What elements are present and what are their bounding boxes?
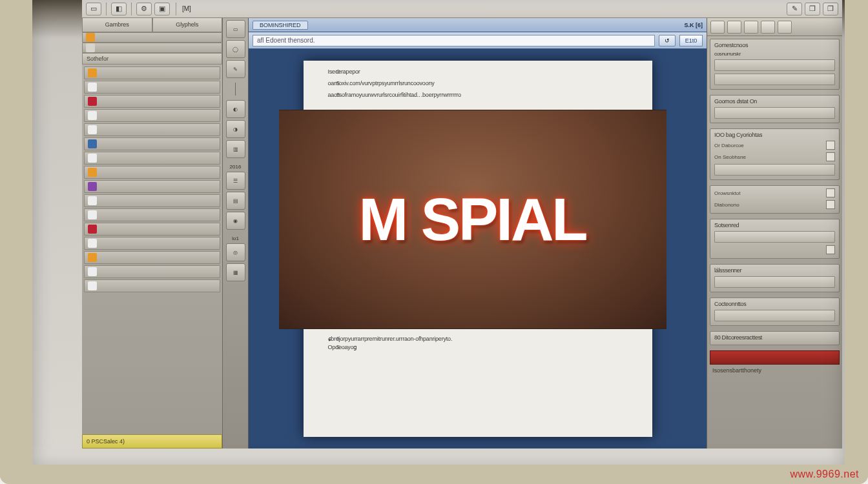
file-icon <box>86 43 95 52</box>
left-item-10[interactable] <box>84 208 220 221</box>
left-item-11[interactable] <box>84 223 220 236</box>
swatch-icon <box>88 68 97 77</box>
right-section-6: Cocteonnttos <box>710 297 840 326</box>
document-page: 0Isecerapepor5oamoxiv.com/vurvptrpsyumrr… <box>304 61 652 437</box>
section-header: Gomestcnoos <box>714 42 835 48</box>
line-number: 5 <box>333 79 344 88</box>
swatch-icon <box>88 210 97 219</box>
swatch-icon <box>88 196 97 205</box>
value-field[interactable] <box>714 231 835 243</box>
tool-btn-7[interactable]: ☰ <box>226 172 245 190</box>
menubar-btn-view[interactable]: ◧ <box>111 3 127 15</box>
tool-btn-1[interactable]: ▭ <box>226 20 245 38</box>
left-item-13[interactable] <box>84 251 220 264</box>
right-section-5: lálsssenner <box>710 264 840 292</box>
document-area: BOMINSHIRED S.K [6] afl Edoent thensord.… <box>249 18 707 449</box>
reload-icon: ↺ <box>665 37 670 44</box>
menubar-btn-aux3[interactable]: ❐ <box>823 3 838 15</box>
section-header: Cocteonnttos <box>714 301 835 307</box>
section-header: Goomos dstat On <box>714 98 835 105</box>
menubar-btn-doc[interactable]: ▭ <box>86 3 101 15</box>
doc-line: Opoeoayoɡ <box>328 344 638 350</box>
tool-btn-11[interactable]: ▦ <box>226 263 245 281</box>
reload-button[interactable]: ↺ <box>659 35 676 46</box>
checkbox[interactable] <box>826 152 835 161</box>
value-field[interactable] <box>714 310 835 321</box>
section-sub: cosnurrurskr <box>714 51 835 57</box>
right-toolbar <box>707 18 842 36</box>
tool-btn-8[interactable]: ▤ <box>226 192 245 210</box>
tool-btn-2[interactable]: ◯ <box>226 40 245 58</box>
left-tab-1[interactable]: Gambres <box>82 18 152 32</box>
left-item-0[interactable] <box>84 66 220 79</box>
menubar-btn-aux1[interactable]: ✎ <box>787 3 802 15</box>
rp-btn-3[interactable] <box>744 21 758 34</box>
go-button[interactable]: E1t0 <box>679 35 703 46</box>
swatch-icon <box>88 139 97 148</box>
tool-strip: ▭ ◯ ✎ ◐ ◑ ▥ 2016 ☰ ▤ ◉ lo1 ◎ ▦ <box>223 18 249 449</box>
swatch-icon <box>88 125 97 134</box>
hero-title: M SPIAL <box>358 186 586 254</box>
tool-btn-9[interactable]: ◉ <box>226 212 245 230</box>
left-item-8[interactable] <box>84 180 220 193</box>
left-item-6[interactable] <box>84 152 220 165</box>
menubar: ▭ ◧ ⚙ ▣ [M] ✎ ❒ ❐ <box>82 0 842 18</box>
value-field[interactable] <box>714 59 835 71</box>
left-item-5[interactable] <box>84 137 220 150</box>
checkbox[interactable] <box>826 141 835 150</box>
swatch-icon <box>88 253 97 262</box>
left-section-header: Sothefor <box>82 53 222 65</box>
right-section-1: Goomos dstat On <box>710 95 840 123</box>
right-section-2: IOO bag CyoriohtasOr DaborcoeOn Seobhsne <box>710 128 840 180</box>
left-item-4[interactable] <box>84 123 220 136</box>
doc-line: ɕbrejorpyurrarrprernitrunrer.urrraon-ofh… <box>328 336 638 342</box>
left-item-3[interactable] <box>84 109 220 122</box>
left-tab-2[interactable]: Glyphels <box>152 18 223 32</box>
rp-btn-2[interactable] <box>727 21 741 34</box>
menubar-btn-tools[interactable]: ⚙ <box>136 3 152 15</box>
checkbox[interactable] <box>826 200 835 209</box>
value-field[interactable] <box>714 276 835 288</box>
left-item-2[interactable] <box>84 95 220 108</box>
menubar-btn-win[interactable]: ▣ <box>154 3 170 15</box>
rp-btn-4[interactable] <box>761 21 775 34</box>
tool-btn-6[interactable]: ▥ <box>226 140 245 158</box>
swatch-icon <box>88 281 97 290</box>
tool-label-low: lo1 <box>232 236 239 241</box>
section-header: lálsssenner <box>714 267 835 274</box>
doc-line: Isecerapepor <box>328 67 638 77</box>
right-error-label: Isosensbartthonety <box>707 367 842 376</box>
checkbox[interactable] <box>826 188 835 197</box>
menubar-center-label: [M] <box>182 5 191 12</box>
right-error-strip <box>710 350 840 365</box>
left-item-7[interactable] <box>84 166 220 179</box>
tool-btn-4[interactable]: ◐ <box>226 100 245 118</box>
tool-btn-3[interactable]: ✎ <box>226 60 245 78</box>
swatch-icon <box>88 97 97 106</box>
left-row-top-a[interactable] <box>82 32 222 43</box>
option-label: Diabonono <box>714 202 823 208</box>
swatch-icon <box>88 83 97 92</box>
left-item-14[interactable] <box>84 265 220 278</box>
doc-tab[interactable]: BOMINSHIRED <box>253 21 308 30</box>
checkbox[interactable] <box>826 245 835 254</box>
value-field[interactable] <box>714 164 835 176</box>
option-label: Or Daborcoe <box>714 143 823 148</box>
watermark: www.9969.net <box>790 469 859 480</box>
left-item-12[interactable] <box>84 237 220 250</box>
left-item-1[interactable] <box>84 81 220 94</box>
left-item-9[interactable] <box>84 194 220 207</box>
address-field[interactable]: afl Edoent thensord. <box>253 35 655 46</box>
swatch-icon <box>88 225 97 234</box>
rp-btn-5[interactable] <box>778 21 792 34</box>
value-field[interactable] <box>714 107 835 119</box>
left-item-15[interactable] <box>84 279 220 292</box>
tool-btn-10[interactable]: ◎ <box>226 243 245 261</box>
tool-btn-5[interactable]: ◑ <box>226 120 245 138</box>
left-row-top-b[interactable] <box>82 43 222 53</box>
rp-btn-1[interactable] <box>710 21 725 34</box>
line-number: 5 <box>333 344 344 350</box>
tool-label-mid: 2016 <box>230 164 242 170</box>
value-field[interactable] <box>714 74 835 85</box>
menubar-btn-aux2[interactable]: ❒ <box>805 3 820 15</box>
